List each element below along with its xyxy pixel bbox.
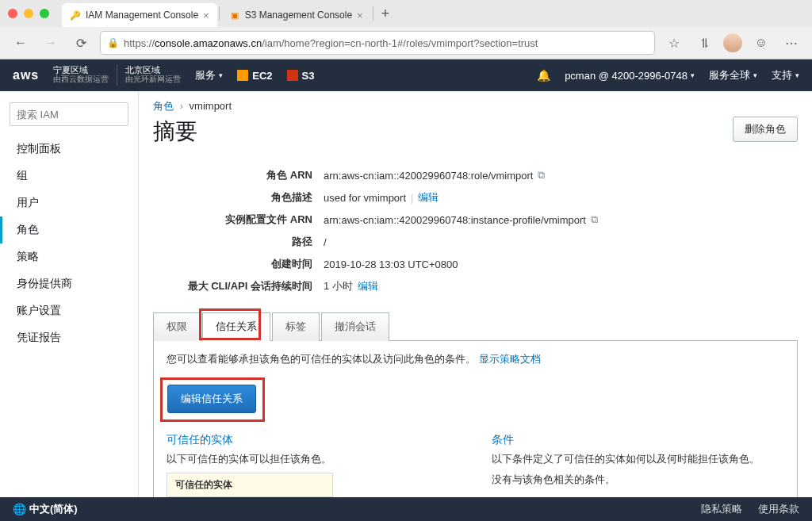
- copy-icon[interactable]: ⧉: [591, 213, 598, 226]
- tab-trust-relationships[interactable]: 信任关系: [202, 312, 270, 341]
- nav-back-button[interactable]: ←: [10, 32, 32, 54]
- privacy-policy-link[interactable]: 隐私策略: [701, 502, 742, 516]
- edit-max-session-link[interactable]: 编辑: [358, 279, 378, 293]
- chevron-down-icon: ▾: [753, 71, 757, 79]
- service-shortcut-ec2[interactable]: EC2: [237, 70, 272, 82]
- sidebar-item-users[interactable]: 用户: [0, 190, 138, 216]
- conditions-heading: 条件: [492, 433, 785, 447]
- label-role-arn: 角色 ARN: [153, 168, 324, 182]
- minimize-window-button[interactable]: [24, 9, 33, 18]
- main-body: 控制面板 组 用户 角色 策略 身份提供商 账户设置 凭证报告 角色 › vmi…: [0, 91, 812, 497]
- aws-header: aws 宁夏区域 由西云数据运营 北京区域 由光环新网运营 服务 ▾ EC2 S…: [0, 59, 812, 91]
- region-selector[interactable]: 宁夏区域 由西云数据运营 北京区域 由光环新网运营: [53, 65, 181, 86]
- trusted-table-header: 可信任的实体: [167, 473, 332, 497]
- smiley-button[interactable]: ☺: [750, 32, 772, 54]
- global-label: 服务全球: [709, 68, 750, 82]
- conditions-desc: 以下条件定义了可信任的实体如何以及何时能担任该角色。: [492, 452, 785, 466]
- ec2-icon: [237, 70, 248, 81]
- new-tab-button[interactable]: +: [375, 6, 396, 22]
- close-window-button[interactable]: [8, 9, 17, 18]
- search-input[interactable]: [10, 102, 128, 126]
- value-max-session: 1 小时: [324, 279, 353, 293]
- tab-tags[interactable]: 标签: [272, 312, 320, 341]
- sidebar-item-dashboard[interactable]: 控制面板: [0, 136, 138, 163]
- support-label: 支持: [772, 68, 792, 82]
- chevron-down-icon: ▾: [219, 71, 223, 79]
- sidebar-item-groups[interactable]: 组: [0, 163, 138, 190]
- tab-separator: [219, 6, 220, 21]
- trusted-entities-column: 可信任的实体 以下可信任的实体可以担任该角色。 可信任的实体 身份提供商 ec2…: [167, 433, 460, 497]
- edit-description-link[interactable]: 编辑: [418, 190, 439, 205]
- language-label: 中文(简体): [29, 502, 78, 516]
- refresh-button[interactable]: ⟳: [70, 32, 92, 54]
- maximize-window-button[interactable]: [40, 9, 49, 18]
- value-creation-time: 2019-10-28 13:03 UTC+0800: [324, 259, 458, 270]
- region-name: 北京区域: [125, 65, 181, 75]
- edit-trust-relationship-button[interactable]: 编辑信任关系: [167, 385, 256, 413]
- tab-permissions[interactable]: 权限: [153, 312, 201, 341]
- label-role-description: 角色描述: [153, 190, 324, 205]
- trust-relationships-panel: 您可以查看能够承担该角色的可信任的实体以及访问此角色的条件。 显示策略文档 编辑…: [153, 341, 798, 497]
- trusted-entities-heading: 可信任的实体: [167, 433, 460, 447]
- service-shortcut-s3[interactable]: S3: [287, 70, 315, 82]
- value-role-description: used for vmimport: [324, 192, 406, 204]
- page-title: 摘要: [153, 117, 197, 147]
- region-divider: [117, 65, 117, 86]
- breadcrumb-roles-link[interactable]: 角色: [153, 100, 174, 112]
- page-header: 摘要 删除角色: [153, 117, 798, 159]
- sidebar: 控制面板 组 用户 角色 策略 身份提供商 账户设置 凭证报告: [0, 91, 139, 497]
- copy-icon[interactable]: ⧉: [538, 169, 545, 182]
- address-bar[interactable]: 🔒 https://console.amazonaws.cn/iam/home?…: [100, 31, 655, 55]
- tab-close-icon[interactable]: ×: [203, 10, 209, 21]
- reader-mode-button[interactable]: ☆: [663, 32, 685, 54]
- browser-tab-s3[interactable]: ▣ S3 Management Console ×: [221, 3, 371, 27]
- sidebar-item-roles[interactable]: 角色: [0, 216, 138, 243]
- favorites-button[interactable]: ⥮: [693, 32, 715, 54]
- show-policy-document-link[interactable]: 显示策略文档: [479, 353, 541, 365]
- terms-of-use-link[interactable]: 使用条款: [758, 502, 799, 516]
- delete-role-button[interactable]: 删除角色: [733, 117, 798, 142]
- tab-title: IAM Management Console: [86, 10, 198, 21]
- support-menu[interactable]: 支持 ▾: [772, 68, 799, 82]
- tab-separator: [373, 6, 373, 21]
- region-ningxia: 宁夏区域 由西云数据运营: [53, 65, 109, 86]
- account-menu[interactable]: pcman @ 4200-2996-0748 ▾: [565, 70, 695, 82]
- url-text: https://console.amazonaws.cn/iam/home?re…: [124, 37, 538, 49]
- role-tabs: 权限 信任关系 标签 撤消会话: [153, 312, 798, 341]
- sidebar-item-policies[interactable]: 策略: [0, 243, 138, 270]
- chevron-down-icon: ▾: [691, 71, 695, 79]
- value-instance-profile-arn: arn:aws-cn:iam::420029960748:instance-pr…: [324, 214, 586, 226]
- label-instance-profile-arn: 实例配置文件 ARN: [153, 213, 324, 227]
- feedback-button[interactable]: 🌐 中文(简体): [13, 502, 78, 516]
- notifications-icon[interactable]: 🔔: [537, 69, 550, 82]
- lock-icon: 🔒: [107, 37, 119, 48]
- sidebar-item-account-settings[interactable]: 账户设置: [0, 297, 138, 324]
- trust-intro-text: 您可以查看能够承担该角色的可信任的实体以及访问此角色的条件。: [167, 353, 476, 365]
- globe-icon: 🌐: [13, 503, 26, 515]
- profile-avatar[interactable]: [723, 33, 742, 52]
- url-host: console.amazonaws.cn: [155, 37, 262, 49]
- conditions-none: 没有与该角色相关的条件。: [492, 473, 785, 487]
- trusted-entities-table: 可信任的实体 身份提供商 ec2.amazonaws.com.cn: [167, 473, 333, 497]
- browser-tab-iam[interactable]: 🔑 IAM Management Console ×: [62, 3, 217, 27]
- tab-close-icon[interactable]: ×: [357, 10, 363, 21]
- aws-logo[interactable]: aws: [13, 68, 39, 82]
- services-menu[interactable]: 服务 ▾: [195, 68, 223, 82]
- nav-forward-button[interactable]: →: [40, 32, 62, 54]
- s3-icon: [287, 70, 298, 81]
- tab-favicon-icon: 🔑: [70, 10, 81, 21]
- tab-revoke-sessions[interactable]: 撤消会话: [321, 312, 389, 341]
- sidebar-item-credential-report[interactable]: 凭证报告: [0, 324, 138, 351]
- url-scheme: https://: [124, 37, 155, 49]
- footer: 🌐 中文(简体) 隐私策略 使用条款: [0, 497, 812, 521]
- tab-favicon-icon: ▣: [229, 10, 240, 21]
- s3-label: S3: [302, 70, 315, 82]
- tab-title: S3 Management Console: [245, 10, 352, 21]
- global-services-menu[interactable]: 服务全球 ▾: [709, 68, 757, 82]
- sidebar-item-identity-providers[interactable]: 身份提供商: [0, 270, 138, 297]
- label-path: 路径: [153, 235, 324, 249]
- more-button[interactable]: ⋯: [780, 32, 802, 54]
- ec2-label: EC2: [252, 70, 272, 82]
- browser-tabs: 🔑 IAM Management Console × ▣ S3 Manageme…: [62, 0, 396, 27]
- breadcrumb: 角色 › vmimport: [153, 99, 798, 113]
